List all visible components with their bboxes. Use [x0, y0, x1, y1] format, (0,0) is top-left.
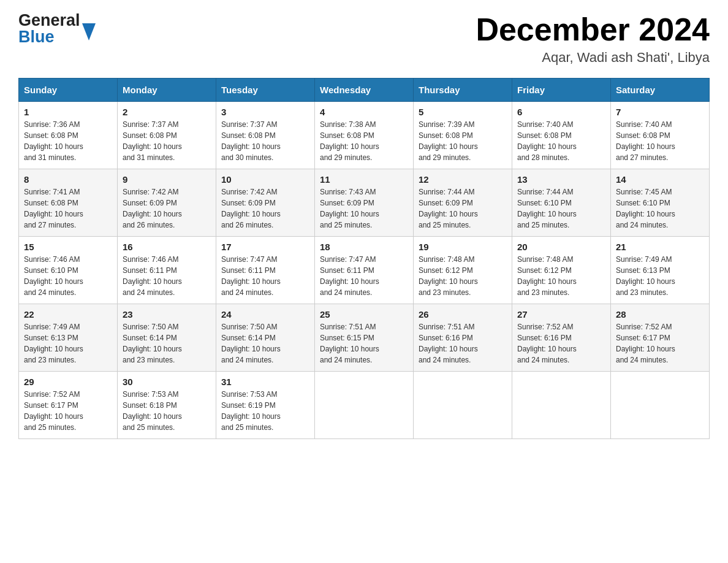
calendar-cell: 17Sunrise: 7:47 AMSunset: 6:11 PMDayligh…: [216, 237, 315, 304]
day-number: 1: [24, 107, 112, 117]
calendar-cell: 3Sunrise: 7:37 AMSunset: 6:08 PMDaylight…: [216, 102, 315, 169]
calendar-header: SundayMondayTuesdayWednesdayThursdayFrid…: [19, 79, 710, 102]
calendar-cell: 14Sunrise: 7:45 AMSunset: 6:10 PMDayligh…: [611, 169, 710, 237]
calendar-cell: 31Sunrise: 7:53 AMSunset: 6:19 PMDayligh…: [216, 372, 315, 439]
calendar-cell: 24Sunrise: 7:50 AMSunset: 6:14 PMDayligh…: [216, 304, 315, 372]
day-number: 6: [517, 107, 605, 117]
calendar-cell: 4Sunrise: 7:38 AMSunset: 6:08 PMDaylight…: [315, 102, 414, 169]
day-number: 20: [517, 242, 605, 252]
calendar-week-4: 22Sunrise: 7:49 AMSunset: 6:13 PMDayligh…: [19, 304, 710, 372]
day-number: 3: [221, 107, 309, 117]
day-number: 4: [320, 107, 408, 117]
day-info: Sunrise: 7:51 AMSunset: 6:16 PMDaylight:…: [419, 321, 507, 366]
day-info: Sunrise: 7:42 AMSunset: 6:09 PMDaylight:…: [221, 186, 309, 231]
day-info: Sunrise: 7:50 AMSunset: 6:14 PMDaylight:…: [221, 321, 309, 366]
calendar-cell: 11Sunrise: 7:43 AMSunset: 6:09 PMDayligh…: [315, 169, 414, 237]
day-number: 7: [616, 107, 704, 117]
calendar-cell: 26Sunrise: 7:51 AMSunset: 6:16 PMDayligh…: [414, 304, 512, 372]
day-info: Sunrise: 7:49 AMSunset: 6:13 PMDaylight:…: [616, 254, 704, 298]
calendar-cell: [512, 372, 611, 439]
day-info: Sunrise: 7:36 AMSunset: 6:08 PMDaylight:…: [24, 119, 112, 163]
weekday-header-thursday: Thursday: [414, 79, 512, 102]
day-number: 8: [24, 174, 112, 185]
day-info: Sunrise: 7:52 AMSunset: 6:16 PMDaylight:…: [517, 321, 605, 366]
day-info: Sunrise: 7:44 AMSunset: 6:10 PMDaylight:…: [517, 186, 605, 231]
calendar-cell: 15Sunrise: 7:46 AMSunset: 6:10 PMDayligh…: [19, 237, 118, 304]
calendar-cell: 23Sunrise: 7:50 AMSunset: 6:14 PMDayligh…: [118, 304, 216, 372]
weekday-header-saturday: Saturday: [611, 79, 710, 102]
day-info: Sunrise: 7:49 AMSunset: 6:13 PMDaylight:…: [24, 321, 112, 366]
weekday-header-wednesday: Wednesday: [315, 79, 414, 102]
day-info: Sunrise: 7:39 AMSunset: 6:08 PMDaylight:…: [419, 119, 507, 163]
day-info: Sunrise: 7:46 AMSunset: 6:10 PMDaylight:…: [24, 254, 112, 298]
logo-arrow-icon: [82, 23, 96, 43]
calendar-table: SundayMondayTuesdayWednesdayThursdayFrid…: [18, 78, 710, 439]
calendar-cell: 25Sunrise: 7:51 AMSunset: 6:15 PMDayligh…: [315, 304, 414, 372]
calendar-cell: 9Sunrise: 7:42 AMSunset: 6:09 PMDaylight…: [118, 169, 216, 237]
logo: General Blue: [18, 12, 96, 45]
day-number: 16: [123, 242, 211, 252]
calendar-cell: 18Sunrise: 7:47 AMSunset: 6:11 PMDayligh…: [315, 237, 414, 304]
header-row: SundayMondayTuesdayWednesdayThursdayFrid…: [19, 79, 710, 102]
calendar-cell: 29Sunrise: 7:52 AMSunset: 6:17 PMDayligh…: [19, 372, 118, 439]
day-number: 9: [123, 174, 211, 185]
weekday-header-sunday: Sunday: [19, 79, 118, 102]
day-info: Sunrise: 7:47 AMSunset: 6:11 PMDaylight:…: [320, 254, 408, 298]
calendar-cell: 13Sunrise: 7:44 AMSunset: 6:10 PMDayligh…: [512, 169, 611, 237]
day-number: 11: [320, 174, 408, 185]
day-number: 24: [221, 309, 309, 320]
weekday-header-friday: Friday: [512, 79, 611, 102]
day-info: Sunrise: 7:42 AMSunset: 6:09 PMDaylight:…: [123, 186, 211, 231]
day-number: 27: [517, 309, 605, 320]
title-block: December 2024 Aqar, Wadi ash Shati', Lib…: [476, 12, 710, 66]
day-info: Sunrise: 7:47 AMSunset: 6:11 PMDaylight:…: [221, 254, 309, 298]
day-number: 21: [616, 242, 704, 252]
day-number: 12: [419, 174, 507, 185]
day-number: 19: [419, 242, 507, 252]
day-number: 26: [419, 309, 507, 320]
calendar-cell: 28Sunrise: 7:52 AMSunset: 6:17 PMDayligh…: [611, 304, 710, 372]
calendar-cell: 20Sunrise: 7:48 AMSunset: 6:12 PMDayligh…: [512, 237, 611, 304]
day-number: 5: [419, 107, 507, 117]
calendar-cell: 16Sunrise: 7:46 AMSunset: 6:11 PMDayligh…: [118, 237, 216, 304]
calendar-cell: 22Sunrise: 7:49 AMSunset: 6:13 PMDayligh…: [19, 304, 118, 372]
day-number: 13: [517, 174, 605, 185]
weekday-header-tuesday: Tuesday: [216, 79, 315, 102]
day-info: Sunrise: 7:38 AMSunset: 6:08 PMDaylight:…: [320, 119, 408, 163]
day-info: Sunrise: 7:52 AMSunset: 6:17 PMDaylight:…: [24, 389, 112, 433]
calendar-cell: 12Sunrise: 7:44 AMSunset: 6:09 PMDayligh…: [414, 169, 512, 237]
day-number: 17: [221, 242, 309, 252]
calendar-week-3: 15Sunrise: 7:46 AMSunset: 6:10 PMDayligh…: [19, 237, 710, 304]
calendar-cell: 7Sunrise: 7:40 AMSunset: 6:08 PMDaylight…: [611, 102, 710, 169]
calendar-cell: [414, 372, 512, 439]
day-number: 31: [221, 377, 309, 387]
calendar-cell: [611, 372, 710, 439]
calendar-cell: 21Sunrise: 7:49 AMSunset: 6:13 PMDayligh…: [611, 237, 710, 304]
calendar-week-5: 29Sunrise: 7:52 AMSunset: 6:17 PMDayligh…: [19, 372, 710, 439]
day-number: 29: [24, 377, 112, 387]
day-number: 14: [616, 174, 704, 185]
calendar-cell: [315, 372, 414, 439]
day-number: 10: [221, 174, 309, 185]
day-number: 25: [320, 309, 408, 320]
calendar-cell: 2Sunrise: 7:37 AMSunset: 6:08 PMDaylight…: [118, 102, 216, 169]
calendar-cell: 8Sunrise: 7:41 AMSunset: 6:08 PMDaylight…: [19, 169, 118, 237]
calendar-cell: 5Sunrise: 7:39 AMSunset: 6:08 PMDaylight…: [414, 102, 512, 169]
day-info: Sunrise: 7:37 AMSunset: 6:08 PMDaylight:…: [221, 119, 309, 163]
day-info: Sunrise: 7:50 AMSunset: 6:14 PMDaylight:…: [123, 321, 211, 366]
day-info: Sunrise: 7:45 AMSunset: 6:10 PMDaylight:…: [616, 186, 704, 231]
day-info: Sunrise: 7:37 AMSunset: 6:08 PMDaylight:…: [123, 119, 211, 163]
day-number: 30: [123, 377, 211, 387]
svg-marker-0: [82, 23, 96, 40]
day-info: Sunrise: 7:51 AMSunset: 6:15 PMDaylight:…: [320, 321, 408, 366]
day-info: Sunrise: 7:44 AMSunset: 6:09 PMDaylight:…: [419, 186, 507, 231]
day-number: 23: [123, 309, 211, 320]
location-title: Aqar, Wadi ash Shati', Libya: [476, 50, 710, 66]
calendar-week-2: 8Sunrise: 7:41 AMSunset: 6:08 PMDaylight…: [19, 169, 710, 237]
calendar-body: 1Sunrise: 7:36 AMSunset: 6:08 PMDaylight…: [19, 102, 710, 439]
day-info: Sunrise: 7:43 AMSunset: 6:09 PMDaylight:…: [320, 186, 408, 231]
month-title: December 2024: [476, 12, 710, 47]
day-info: Sunrise: 7:41 AMSunset: 6:08 PMDaylight:…: [24, 186, 112, 231]
day-info: Sunrise: 7:46 AMSunset: 6:11 PMDaylight:…: [123, 254, 211, 298]
calendar-cell: 19Sunrise: 7:48 AMSunset: 6:12 PMDayligh…: [414, 237, 512, 304]
